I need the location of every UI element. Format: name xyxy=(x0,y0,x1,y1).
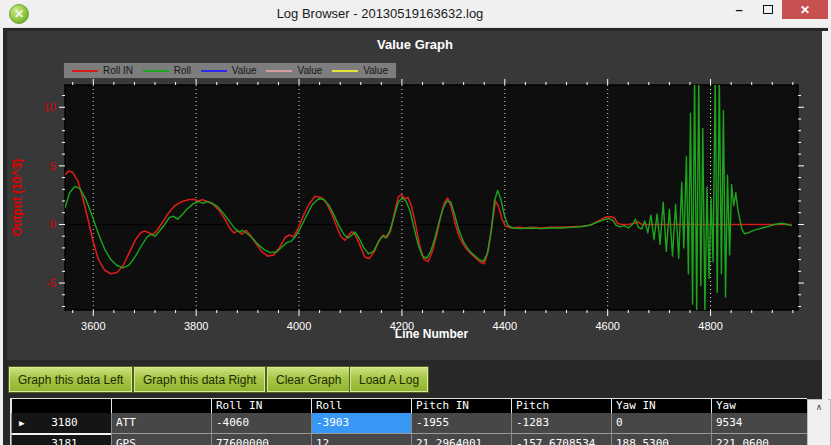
current-row-marker-icon: ▶ xyxy=(16,413,32,433)
cell-msg-type[interactable]: GPS xyxy=(111,433,211,445)
cell-msg-type[interactable]: ATT xyxy=(111,413,211,433)
cell-alt2[interactable]: 221.0600 xyxy=(711,433,807,445)
legend-line-swatch xyxy=(332,70,358,72)
value-graph-panel: Value GraphLine NumberOutput (10^3)36003… xyxy=(7,31,822,360)
cell-pitch-in[interactable]: -1955 xyxy=(411,413,511,433)
maximize-icon xyxy=(763,5,773,14)
svg-text:Value Graph: Value Graph xyxy=(377,37,453,52)
legend-entry: Value xyxy=(332,65,388,76)
window-right-border xyxy=(822,31,828,445)
value-graph-chart[interactable]: Value GraphLine NumberOutput (10^3)36003… xyxy=(7,31,822,360)
svg-text:3800: 3800 xyxy=(184,320,208,332)
legend-line-swatch xyxy=(143,70,169,72)
header-roll-in[interactable]: Roll IN xyxy=(211,399,311,413)
svg-text:4000: 4000 xyxy=(287,320,311,332)
legend-line-swatch xyxy=(266,70,292,72)
header-yaw-in[interactable]: Yaw IN xyxy=(611,399,711,413)
cell-pitch[interactable]: -1283 xyxy=(511,413,611,433)
legend-entry: Value xyxy=(266,65,322,76)
legend-line-swatch xyxy=(72,70,98,72)
graph-right-button[interactable]: Graph this data Right xyxy=(133,366,266,393)
graph-left-button[interactable]: Graph this data Left xyxy=(8,366,133,393)
table-header-row: Roll IN Roll Pitch IN Pitch Yaw IN Yaw xyxy=(11,399,807,413)
log-browser-window: ✕ Log Browser - 20130519163632.log – ✕ V… xyxy=(0,0,831,445)
svg-text:10: 10 xyxy=(44,101,56,113)
cell-roll-selected[interactable]: -3903 xyxy=(311,413,411,433)
svg-text:4400: 4400 xyxy=(493,320,517,332)
svg-text:5: 5 xyxy=(50,160,56,172)
row-header-3180[interactable]: ▶ 3180 xyxy=(11,413,111,433)
header-name xyxy=(111,399,211,413)
cell-lat[interactable]: 21.2964001 xyxy=(411,433,511,445)
legend-entry: Value xyxy=(201,65,257,76)
cell-lng[interactable]: -157.6708534 xyxy=(511,433,611,445)
legend-line-swatch xyxy=(201,70,227,72)
legend-entry: Roll xyxy=(143,65,191,76)
chart-legend: Roll INRollValueValueValue xyxy=(63,62,397,79)
header-pitch-in[interactable]: Pitch IN xyxy=(411,399,511,413)
cell-roll-in[interactable]: -4060 xyxy=(211,413,311,433)
client-area: Value GraphLine NumberOutput (10^3)36003… xyxy=(3,28,828,445)
cell-alt[interactable]: 188.5300 xyxy=(611,433,711,445)
maximize-button[interactable] xyxy=(755,0,781,19)
svg-text:3600: 3600 xyxy=(81,320,105,332)
load-log-button[interactable]: Load A Log xyxy=(349,366,429,393)
svg-text:4800: 4800 xyxy=(698,320,722,332)
header-roll[interactable]: Roll xyxy=(311,399,411,413)
legend-entry: Roll IN xyxy=(72,65,133,76)
svg-text:-5: -5 xyxy=(46,277,56,289)
title-bar[interactable]: ✕ Log Browser - 20130519163632.log – ✕ xyxy=(0,0,831,28)
table-row: ▶ 3180 ATT -4060 -3903 -1955 -1283 0 953… xyxy=(11,413,807,433)
cell-sats[interactable]: 12 xyxy=(311,433,411,445)
svg-text:Output (10^3): Output (10^3) xyxy=(10,159,24,237)
cell-yaw[interactable]: 9534 xyxy=(711,413,807,433)
close-button[interactable]: ✕ xyxy=(782,0,828,19)
log-table: Roll IN Roll Pitch IN Pitch Yaw IN Yaw ▶… xyxy=(10,398,807,445)
minimize-button[interactable]: – xyxy=(726,0,752,19)
header-pitch[interactable]: Pitch xyxy=(511,399,611,413)
header-yaw[interactable]: Yaw xyxy=(711,399,807,413)
svg-text:4200: 4200 xyxy=(390,320,414,332)
cell-gps-time[interactable]: 77600000 xyxy=(211,433,311,445)
svg-text:4600: 4600 xyxy=(595,320,619,332)
window-title: Log Browser - 20130519163632.log xyxy=(0,0,760,28)
header-rowheader xyxy=(11,399,111,413)
cell-yaw-in[interactable]: 0 xyxy=(611,413,711,433)
svg-text:0: 0 xyxy=(50,218,56,230)
row-header-3181[interactable]: 3181 xyxy=(11,433,111,445)
clear-graph-button[interactable]: Clear Graph xyxy=(266,366,351,393)
table-row: 3181 GPS 77600000 12 21.2964001 -157.670… xyxy=(11,433,807,445)
